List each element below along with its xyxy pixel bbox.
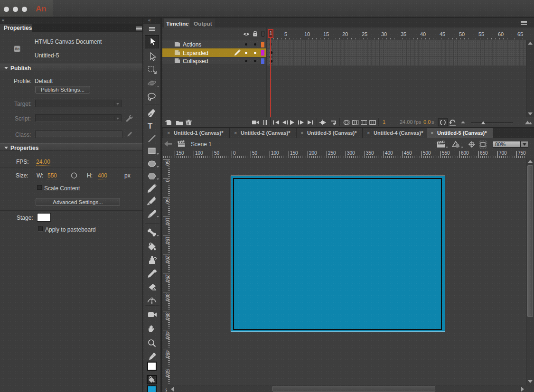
- svg-text:100: 100: [271, 150, 279, 156]
- svg-text:600: 600: [461, 150, 469, 156]
- svg-text:550: 550: [442, 150, 450, 156]
- svg-text:650: 650: [480, 150, 488, 156]
- svg-text:250: 250: [328, 150, 336, 156]
- svg-text:150: 150: [290, 150, 298, 156]
- svg-text:450: 450: [404, 150, 412, 156]
- svg-text:50: 50: [165, 198, 170, 204]
- svg-text:350: 350: [366, 150, 374, 156]
- svg-text:100: 100: [195, 150, 203, 156]
- svg-text:0: 0: [165, 179, 170, 182]
- svg-text:50: 50: [214, 150, 220, 156]
- svg-text:350: 350: [165, 312, 170, 320]
- svg-text:50: 50: [252, 150, 258, 156]
- svg-text:400: 400: [165, 331, 170, 339]
- svg-text:400: 400: [385, 150, 393, 156]
- svg-text:500: 500: [165, 369, 170, 377]
- svg-text:100: 100: [165, 217, 170, 225]
- svg-text:150: 150: [176, 150, 184, 156]
- svg-text:0: 0: [233, 150, 236, 156]
- svg-text:750: 750: [518, 150, 526, 156]
- svg-text:300: 300: [165, 293, 170, 301]
- svg-text:250: 250: [165, 274, 170, 282]
- svg-text:300: 300: [347, 150, 355, 156]
- svg-text:700: 700: [499, 150, 507, 156]
- svg-text:500: 500: [423, 150, 431, 156]
- svg-text:50: 50: [165, 160, 170, 166]
- svg-text:150: 150: [165, 236, 170, 244]
- svg-text:450: 450: [165, 350, 170, 358]
- svg-text:200: 200: [165, 255, 170, 263]
- svg-text:200: 200: [309, 150, 317, 156]
